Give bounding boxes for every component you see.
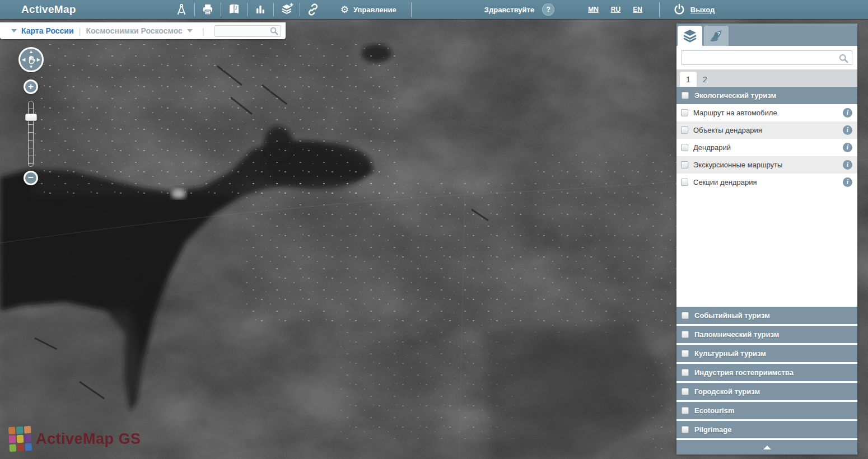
toolbar-divider: | [79, 26, 81, 36]
legend-tab[interactable]: ? [704, 26, 729, 46]
reference-book-icon[interactable]: i [221, 0, 247, 19]
group-checkbox[interactable] [682, 407, 689, 414]
page-tab-2[interactable]: 2 [697, 72, 713, 87]
pan-down-icon[interactable]: ▼ [29, 65, 34, 69]
group-checkbox[interactable] [682, 350, 689, 357]
group-checkbox[interactable] [682, 331, 689, 338]
layer-group-header[interactable]: Культурный туризм [676, 345, 857, 362]
group-label: Паломнический туризм [694, 330, 779, 339]
layer-group-header[interactable]: Индустрия гостеприимства [676, 364, 857, 381]
layer-row[interactable]: Маршрут на автомобилеi [676, 104, 857, 121]
power-icon [673, 3, 685, 16]
layer-checkbox[interactable] [681, 127, 688, 134]
help-button[interactable]: ? [542, 3, 554, 16]
layer-group-header[interactable]: Городской туризм [676, 383, 857, 400]
pan-left-icon[interactable]: ◀ [22, 58, 25, 62]
print-icon[interactable] [195, 0, 221, 19]
pan-hand-icon [26, 55, 36, 64]
group-checkbox[interactable] [682, 369, 689, 376]
collapse-arrow-icon [763, 446, 771, 449]
logout-label: Выход [690, 6, 715, 14]
layer-label: Дендрарий [693, 143, 843, 152]
layer-checkbox[interactable] [681, 179, 688, 186]
layer-group-header-expanded[interactable]: Экологический туризм [676, 87, 857, 104]
toolbar-divider: | [202, 26, 204, 36]
language-switcher: MN RU EN [588, 6, 642, 13]
app-title: ActiveMap [21, 3, 76, 16]
layer-info-icon[interactable]: i [843, 108, 852, 118]
group-label: Экологический туризм [694, 91, 776, 100]
layer-label: Маршрут на автомобиле [693, 109, 843, 117]
top-header: ActiveMap [0, 0, 868, 19]
layer-info-icon[interactable]: i [843, 143, 852, 152]
basemap-dropdown-caret-icon[interactable] [11, 29, 17, 32]
gear-icon: ⚙ [340, 5, 349, 15]
group-checkbox[interactable] [682, 312, 689, 319]
header-toolbar: i [169, 0, 326, 19]
layer-row[interactable]: Экскурсионные маршрутыi [676, 156, 857, 174]
collapsed-group-stack: Событийный туризмПаломнический туризмКул… [676, 305, 857, 438]
svg-text:?: ? [717, 30, 721, 36]
layer-search-input[interactable] [682, 50, 852, 65]
pan-up-icon[interactable]: ▲ [29, 50, 34, 54]
layer-group-header[interactable]: Pilgrimage [676, 421, 857, 438]
group-checkbox[interactable] [682, 92, 689, 99]
layers-tab[interactable] [678, 26, 702, 46]
group-label: Ecotourism [694, 406, 735, 415]
group-checkbox[interactable] [682, 426, 689, 433]
activemap-application: ActiveMap [0, 0, 868, 459]
layer-list: Маршрут на автомобилеiОбъекты дендрарияi… [676, 104, 857, 191]
zoom-in-button[interactable]: + [24, 79, 38, 94]
layers-icon [682, 29, 698, 43]
group-label: Культурный туризм [694, 349, 766, 358]
group-label: Событийный туризм [694, 311, 770, 320]
layer-label: Секции дендрария [693, 178, 843, 186]
legend-icon: ? [708, 29, 724, 43]
layer-checkbox[interactable] [681, 144, 688, 151]
zoom-out-button[interactable]: − [24, 171, 38, 185]
zoom-slider[interactable] [28, 101, 34, 167]
layer-pagination: 1 2 [676, 69, 857, 87]
layer-row[interactable]: Объекты дендрарияi [676, 121, 857, 139]
language-link-ru[interactable]: RU [611, 6, 620, 13]
group-label: Pilgrimage [694, 425, 731, 434]
page-tab-1[interactable]: 1 [680, 72, 697, 87]
layer-group-header[interactable]: Ecotourism [676, 402, 857, 419]
layer-info-icon[interactable]: i [843, 177, 852, 187]
panel-empty-area [676, 191, 857, 305]
basemap-selector[interactable]: Карта России [21, 26, 74, 35]
layer-group-header[interactable]: Событийный туризм [676, 307, 857, 324]
share-link-icon[interactable] [300, 0, 326, 19]
layer-checkbox[interactable] [681, 109, 688, 116]
zoom-slider-handle[interactable] [25, 114, 37, 121]
management-label: Управление [353, 6, 396, 14]
pan-control[interactable]: ▲ ▼ ◀ ▶ [18, 47, 44, 72]
group-label: Городской туризм [694, 387, 760, 396]
imagery-dropdown-caret-icon[interactable] [187, 29, 193, 32]
panel-tab-bar: ? [676, 24, 857, 46]
layer-checkbox[interactable] [681, 161, 688, 168]
measure-compass-icon[interactable] [169, 0, 194, 19]
add-layer-icon[interactable] [274, 0, 300, 19]
group-label: Индустрия гостеприимства [694, 368, 794, 377]
basemap-toolbar: Карта России | Космоснимки Роскосмос | [0, 22, 286, 39]
layer-info-icon[interactable]: i [843, 125, 852, 135]
layer-row[interactable]: Дендрарийi [676, 139, 857, 156]
search-icon[interactable] [270, 27, 278, 35]
layer-row[interactable]: Секции дендрарияi [676, 174, 857, 191]
greeting-text: Здравствуйте [484, 6, 534, 14]
panel-collapse-button[interactable] [676, 440, 857, 455]
logout-button[interactable]: Выход [660, 3, 730, 16]
layer-group-header[interactable]: Паломнический туризм [676, 326, 857, 343]
language-link-en[interactable]: EN [633, 6, 642, 13]
pan-right-icon[interactable]: ▶ [37, 58, 40, 62]
layer-label: Объекты дендрария [693, 126, 843, 134]
statistics-icon[interactable] [248, 0, 273, 19]
language-link-mn[interactable]: MN [588, 6, 599, 13]
layer-search-icon[interactable] [839, 54, 848, 63]
layer-info-icon[interactable]: i [843, 160, 852, 170]
group-checkbox[interactable] [682, 388, 689, 395]
management-button[interactable]: ⚙ Управление [326, 0, 411, 19]
imagery-selector[interactable]: Космоснимки Роскосмос [86, 26, 182, 35]
layers-panel: ? 1 2 Экологический туризм Маршрут на ав… [676, 24, 857, 455]
